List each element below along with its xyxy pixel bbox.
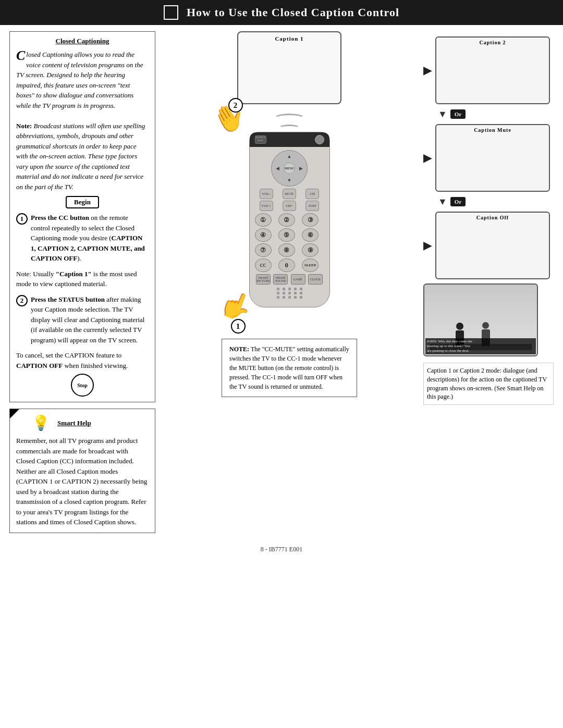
smart-picture-btn[interactable]: SMARTPICTURE	[256, 274, 271, 285]
dpad-up[interactable]: ▲	[284, 151, 296, 163]
header-square-icon	[164, 5, 178, 20]
step-1-circle: 1	[16, 213, 28, 225]
num-0-btn[interactable]: 0	[278, 258, 295, 272]
stop-button[interactable]: Stop	[71, 374, 94, 397]
caption-off-screen: Caption Off	[435, 212, 550, 279]
sleep-btn[interactable]: SLEEP	[302, 258, 319, 272]
note-label: Note:	[16, 122, 34, 130]
cc-intro-text: Closed Captioning allows you to read the…	[16, 51, 143, 109]
num-9-btn[interactable]: ⑨	[302, 243, 319, 257]
num-7-btn[interactable]: ⑦	[255, 243, 272, 257]
step-2-circle: 2	[16, 295, 28, 306]
dpad-down[interactable]: ▼	[284, 174, 296, 186]
ch2-btn[interactable]: CH+	[283, 201, 296, 211]
caption1-label: Caption 1	[275, 35, 303, 42]
step-1: 1 Press the CC button on the remote cont…	[16, 213, 149, 264]
center-column: Caption 1 🤚 STATUSEXIT	[163, 31, 416, 533]
vol-ch-row: VOL- MUTE CH	[255, 189, 324, 199]
num-1-btn[interactable]: ①	[255, 213, 272, 227]
numpad: ① ② ③ ④ ⑤ ⑥ ⑦ ⑧ ⑨ CC 0 SLEEP	[255, 213, 324, 272]
page-header: How to Use the Closed Caption Control	[0, 0, 563, 25]
closed-captioning-title: Closed Captioning	[16, 37, 149, 45]
step-2: 2 Press the STATUS button after making y…	[16, 294, 149, 346]
num-8-btn[interactable]: ⑧	[278, 243, 295, 257]
remote-dots	[255, 288, 324, 299]
page-body: Closed Captioning Closed Captioning allo…	[0, 25, 563, 539]
caption-off-label: Caption Off	[476, 215, 509, 220]
begin-button[interactable]: Begin	[66, 196, 99, 208]
caption-mute-block: Caption Mute	[435, 124, 550, 192]
or-1-row: ▼ Or	[438, 108, 554, 120]
clock-btn[interactable]: CLOCK	[308, 274, 323, 285]
num-3-btn[interactable]: ③	[302, 213, 319, 227]
step-2-text: Press the STATUS button after making you…	[31, 294, 149, 346]
or-2-row: ▼ Or	[438, 196, 554, 207]
right-column: ▶ Caption 2 ▼ Or ▶ Caption Mute ▼ Or	[423, 31, 554, 533]
smart-help-title: Smart Help	[57, 419, 91, 427]
caption2-row: ▶ Caption 2	[423, 36, 554, 104]
caption-text-overlay: JOHN: Why did they come the meeting up t…	[425, 338, 536, 354]
cc-btn[interactable]: CC	[255, 258, 272, 272]
power-button[interactable]	[315, 135, 324, 144]
caption1-screen-wrapper: Caption 1	[237, 31, 341, 104]
step-1-badge: 1	[231, 319, 246, 334]
surf-btn[interactable]: SURF	[305, 201, 319, 211]
footer-text: 8 - IB7771 E001	[261, 546, 302, 553]
or-1-badge: Or	[450, 109, 466, 119]
closed-captioning-box: Closed Captioning Closed Captioning allo…	[9, 31, 155, 402]
caption2-screen: Caption 2	[435, 36, 550, 104]
closed-captioning-body: Closed Captioning allows you to read the…	[16, 50, 149, 192]
arrow-to-mute-icon: ▶	[423, 151, 432, 165]
page-footer: 8 - IB7771 E001	[0, 546, 563, 559]
caption-mute-row: ▶ Caption Mute	[423, 124, 554, 192]
caption1-screen: Caption 1	[237, 31, 341, 104]
ch-btn[interactable]: CH	[305, 189, 319, 199]
num-6-btn[interactable]: ⑥	[302, 228, 319, 242]
vol-up-btn[interactable]: VOL+	[260, 201, 273, 211]
or-2-badge: Or	[450, 197, 466, 206]
page-title: How to Use the Closed Caption Control	[187, 6, 399, 19]
vol-surf-row: VOL+ CH+ SURF	[255, 201, 324, 211]
dpad: ▲ ◀ MENU ▶ ▼	[271, 150, 308, 187]
step-1-text: Press the CC button on the remote contro…	[31, 213, 149, 264]
note-box-label: NOTE:	[229, 346, 251, 353]
caption-description: Caption 1 or Caption 2 mode: dialogue (a…	[423, 363, 554, 405]
remote-wrapper: 🤚 STATUSEXIT ▲ ◀ MENU ▶ ▼	[249, 114, 330, 307]
caption-mute-screen: Caption Mute	[435, 124, 550, 192]
dpad-right[interactable]: ▶	[295, 163, 307, 175]
caption2-label: Caption 2	[480, 40, 506, 45]
caption-off-row: ▶ Caption Off	[423, 212, 554, 279]
arrow-to-off-icon: ▶	[423, 239, 432, 252]
remote-control: STATUSEXIT ▲ ◀ MENU ▶ ▼ VOL- MUTE	[249, 132, 330, 307]
caption-off-block: Caption Off	[435, 212, 550, 279]
smart-help-text: Remember, not all TV programs and produc…	[16, 436, 149, 527]
caption2-block: Caption 2	[435, 36, 550, 104]
down-arrow-1-icon: ▼	[438, 109, 447, 120]
mute-btn[interactable]: MUTE	[283, 189, 296, 199]
step-2-badge: 2	[228, 98, 243, 113]
num-2-btn[interactable]: ②	[278, 213, 295, 227]
caption-mute-label: Caption Mute	[474, 127, 511, 133]
smart-buttons-row: SMARTPICTURE SMARTSOUND GAME CLOCK	[255, 274, 324, 285]
game-btn[interactable]: GAME	[291, 274, 305, 285]
num-5-btn[interactable]: ⑤	[278, 228, 295, 242]
smart-help-header: 💡 Smart Help	[16, 414, 149, 431]
smart-help-box: 💡 Smart Help Remember, not all TV progra…	[9, 409, 155, 533]
down-arrow-2-icon: ▼	[438, 196, 447, 207]
remote-top-bar: STATUSEXIT	[250, 132, 329, 147]
lightbulb-icon: 💡	[32, 414, 50, 431]
left-column: Closed Captioning Closed Captioning allo…	[9, 31, 155, 533]
note-box: NOTE: The "CC-MUTE" setting automaticall…	[222, 339, 357, 397]
arrow-to-caption2-icon: ▶	[423, 64, 432, 77]
note-text: Broadcast stations will often use spelli…	[16, 122, 145, 191]
num-4-btn[interactable]: ④	[255, 228, 272, 242]
dpad-left[interactable]: ◀	[272, 163, 284, 175]
caption1-note: Note: Usually "Caption 1" is the most us…	[16, 269, 149, 289]
dpad-center-menu[interactable]: MENU	[284, 163, 296, 175]
vol-down-btn[interactable]: VOL-	[260, 189, 273, 199]
status-exit-button[interactable]: STATUSEXIT	[255, 135, 266, 144]
smart-sound-btn[interactable]: SMARTSOUND	[273, 274, 288, 285]
cancel-text: To cancel, set the CAPTION feature to CA…	[16, 350, 149, 371]
people-image: JOHN: Why did they come the meeting up t…	[423, 283, 538, 356]
